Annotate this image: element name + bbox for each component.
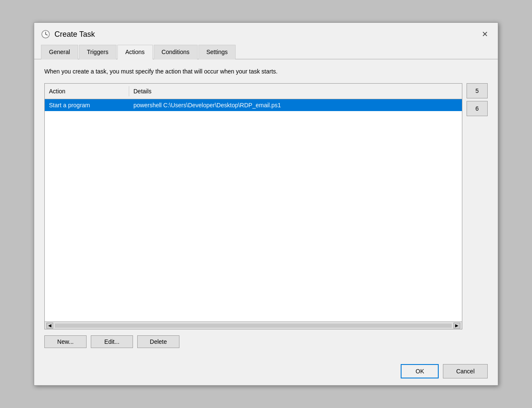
description-text: When you create a task, you must specify… xyxy=(44,68,488,75)
tabs-bar: General Triggers Actions Conditions Sett… xyxy=(34,44,498,60)
tab-settings[interactable]: Settings xyxy=(198,45,236,60)
scroll-left-arrow[interactable]: ◀ xyxy=(46,323,53,329)
tab-general[interactable]: General xyxy=(41,45,78,60)
table-row[interactable]: Start a program powershell C:\Users\Deve… xyxy=(45,99,462,111)
column-header-details: Details xyxy=(129,86,462,96)
tab-triggers[interactable]: Triggers xyxy=(79,45,117,60)
table-area: Action Details Start a program powershel… xyxy=(44,83,488,329)
dialog-footer: OK Cancel xyxy=(34,359,498,385)
horizontal-scrollbar[interactable]: ◀ ▶ xyxy=(45,321,462,329)
side-buttons: 5 6 xyxy=(467,83,488,329)
table-header: Action Details xyxy=(45,84,462,99)
title-bar-left: Create Task xyxy=(41,30,95,39)
side-button-5[interactable]: 5 xyxy=(467,83,488,98)
cell-action: Start a program xyxy=(45,99,129,111)
actions-table: Action Details Start a program powershel… xyxy=(44,83,462,329)
dialog-title: Create Task xyxy=(54,30,95,39)
close-button[interactable]: ✕ xyxy=(478,28,491,41)
new-button[interactable]: New... xyxy=(44,335,87,348)
tab-actions[interactable]: Actions xyxy=(117,45,153,60)
title-bar: Create Task ✕ xyxy=(34,23,498,44)
delete-button[interactable]: Delete xyxy=(137,335,179,348)
side-button-6[interactable]: 6 xyxy=(467,101,488,116)
action-buttons-row: New... Edit... Delete xyxy=(44,329,488,351)
content-area: When you create a task, you must specify… xyxy=(34,60,498,359)
create-task-dialog: Create Task ✕ General Triggers Actions C… xyxy=(34,22,498,386)
clock-icon xyxy=(41,30,50,39)
scrollbar-track[interactable] xyxy=(55,324,452,328)
ok-button[interactable]: OK xyxy=(401,364,439,378)
table-body: Start a program powershell C:\Users\Deve… xyxy=(45,99,462,321)
edit-button[interactable]: Edit... xyxy=(91,335,133,348)
cell-details: powershell C:\Users\Developer\Desktop\RD… xyxy=(129,99,462,111)
cancel-button[interactable]: Cancel xyxy=(443,364,488,378)
scroll-right-arrow[interactable]: ▶ xyxy=(453,323,460,329)
column-header-action: Action xyxy=(45,86,129,96)
tab-conditions[interactable]: Conditions xyxy=(154,45,198,60)
